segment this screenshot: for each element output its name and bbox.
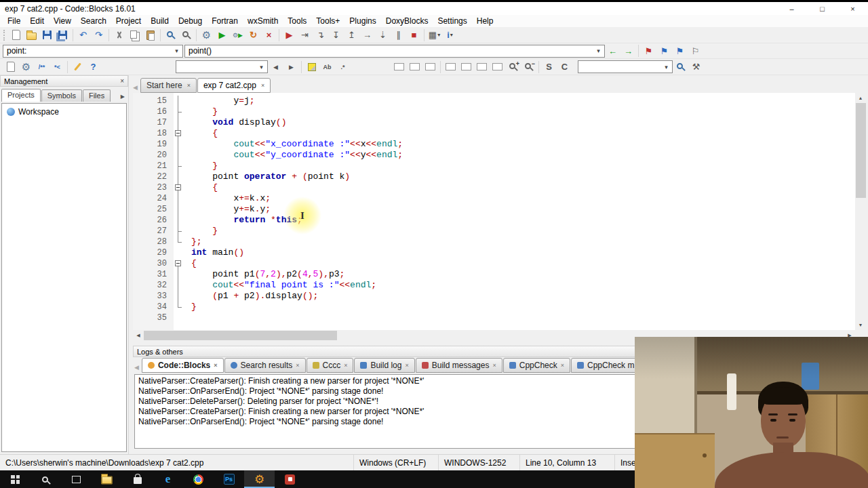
tab-files[interactable]: Files xyxy=(83,89,111,102)
horizontal-scroll-thumb[interactable] xyxy=(144,331,337,340)
code-area[interactable]: 15 y=j;16 }17 void display()18 {19 cout<… xyxy=(133,93,855,330)
open-file-button[interactable] xyxy=(24,28,39,43)
editor-tab-start-here[interactable]: Start here× xyxy=(140,78,197,93)
next-instruction-button[interactable]: → xyxy=(359,28,375,43)
menu-search[interactable]: Search xyxy=(76,15,111,27)
menu-project[interactable]: Project xyxy=(111,15,146,27)
menu-edit[interactable]: Edit xyxy=(25,15,49,27)
spellcheck-button[interactable]: S xyxy=(541,60,557,75)
panel-toggle-button[interactable] xyxy=(391,60,407,75)
menu-fortran[interactable]: Fortran xyxy=(207,15,243,27)
editor-tab-exp-7-cat2-cpp[interactable]: exp 7 cat2.cpp× xyxy=(197,78,271,93)
fold-margin[interactable] xyxy=(174,258,183,269)
minimize-button[interactable]: – xyxy=(776,2,807,15)
tab-scroll-left-icon[interactable]: ◀ xyxy=(134,364,142,373)
replace-button[interactable] xyxy=(178,28,194,43)
goto-next-button[interactable]: → xyxy=(620,43,636,58)
file-explorer-button[interactable] xyxy=(92,470,122,488)
menu-tools[interactable]: Tools+ xyxy=(311,15,344,27)
tab-scroll-left-icon[interactable]: ◀ xyxy=(133,84,140,93)
log-tab-code-blocks[interactable]: Code::Blocks× xyxy=(142,358,224,373)
workspace-tree-item[interactable]: Workspace xyxy=(2,104,126,120)
chevron-down-icon[interactable]: ▾ xyxy=(660,61,672,73)
tools-button[interactable]: ⚒ xyxy=(688,60,704,75)
run-button[interactable]: ▶ xyxy=(214,28,230,43)
tab-scroll-right-icon[interactable]: ▶ xyxy=(121,94,126,100)
recorder-app-button[interactable] xyxy=(275,470,305,488)
panel-toggle-button[interactable] xyxy=(422,60,438,75)
paste-button[interactable] xyxy=(142,28,158,43)
run-search-button[interactable] xyxy=(673,60,688,75)
start-button[interactable] xyxy=(0,470,31,488)
toggle-bookmark-button[interactable]: ⚑ xyxy=(641,43,656,58)
taskbar-search-button[interactable] xyxy=(31,470,61,488)
save-button[interactable] xyxy=(39,28,55,43)
menu-debug[interactable]: Debug xyxy=(174,15,207,27)
close-tab-icon[interactable]: × xyxy=(492,362,496,369)
close-tab-icon[interactable]: × xyxy=(344,362,347,369)
doxyblocks-config-button[interactable]: ⚙ xyxy=(18,60,34,75)
close-tab-icon[interactable]: × xyxy=(187,82,191,89)
help-button[interactable]: ? xyxy=(85,60,101,75)
task-view-button[interactable] xyxy=(61,470,92,488)
highlight-occurrences-button[interactable] xyxy=(304,60,319,75)
fold-collapse-icon[interactable] xyxy=(175,130,181,136)
cut-button[interactable] xyxy=(111,28,127,43)
search-next-button[interactable]: ▶ xyxy=(283,60,299,75)
vertical-scrollbar[interactable]: ▲ ▼ xyxy=(855,93,867,330)
debugging-windows-button[interactable]: ▦▾ xyxy=(427,28,442,43)
next-line-button[interactable]: ↴ xyxy=(313,28,328,43)
zoom-out-button[interactable]: − xyxy=(521,60,536,75)
tab-symbols[interactable]: Symbols xyxy=(41,89,82,102)
toolbar-gripper[interactable] xyxy=(3,30,5,41)
photoshop-button[interactable]: Ps xyxy=(214,470,244,488)
menu-plugins[interactable]: Plugins xyxy=(344,15,380,27)
panel-toggle-button[interactable] xyxy=(443,60,458,75)
previous-bookmark-button[interactable]: ⚑ xyxy=(656,43,672,58)
copy-button[interactable] xyxy=(127,28,142,43)
codeblocks-taskbar-button[interactable]: ⚙ xyxy=(244,470,275,488)
chevron-down-icon[interactable]: ▾ xyxy=(593,45,604,57)
edge-button[interactable]: e xyxy=(153,470,183,488)
scope-combobox[interactable]: point: ▾ xyxy=(3,45,183,58)
close-button[interactable]: × xyxy=(837,2,868,15)
fold-margin[interactable] xyxy=(174,128,183,139)
close-icon[interactable]: × xyxy=(120,77,124,85)
panel-toggle-button[interactable] xyxy=(490,60,505,75)
close-tab-icon[interactable]: × xyxy=(561,362,564,369)
abort-build-button[interactable]: × xyxy=(261,28,277,43)
menu-file[interactable]: File xyxy=(3,15,25,27)
edit-button[interactable] xyxy=(70,60,85,75)
log-tab-build-messages[interactable]: Build messages× xyxy=(416,358,502,373)
code-editor[interactable]: 15 y=j;16 }17 void display()18 {19 cout<… xyxy=(133,93,867,341)
step-out-button[interactable]: ↥ xyxy=(344,28,359,43)
chevron-down-icon[interactable]: ▾ xyxy=(171,45,182,57)
build-and-run-button[interactable]: ⚙▶ xyxy=(230,28,245,43)
log-tab-cccc[interactable]: Cccc× xyxy=(307,358,354,373)
break-debugger-button[interactable]: ∥ xyxy=(391,28,406,43)
log-tab-search-results[interactable]: Search results× xyxy=(224,358,306,373)
match-case-button[interactable]: Ab xyxy=(319,60,335,75)
step-into-button[interactable]: ↧ xyxy=(328,28,344,43)
close-tab-icon[interactable]: × xyxy=(405,362,408,369)
scroll-up-icon[interactable]: ▲ xyxy=(855,93,866,103)
menu-doxyblocks[interactable]: DoxyBlocks xyxy=(381,15,433,27)
save-all-button[interactable] xyxy=(55,28,71,43)
clear-bookmarks-button[interactable]: ⚐ xyxy=(688,43,703,58)
menu-settings[interactable]: Settings xyxy=(433,15,471,27)
scroll-left-icon[interactable]: ◀ xyxy=(133,331,144,341)
fold-margin[interactable] xyxy=(174,182,183,193)
thesaurus-button[interactable]: C xyxy=(557,60,572,75)
panel-toggle-button[interactable] xyxy=(458,60,474,75)
fold-collapse-icon[interactable] xyxy=(175,260,181,266)
doxyblocks-block-comment-button[interactable]: /** xyxy=(34,60,50,75)
panel-toggle-button[interactable] xyxy=(474,60,490,75)
close-tab-icon[interactable]: × xyxy=(214,362,217,369)
maximize-button[interactable]: □ xyxy=(807,2,837,15)
redo-button[interactable]: ↷ xyxy=(91,28,106,43)
menu-wxsmith[interactable]: wxSmith xyxy=(243,15,283,27)
zoom-in-button[interactable]: + xyxy=(505,60,521,75)
chrome-button[interactable] xyxy=(183,470,214,488)
doxyblocks-extract-button[interactable] xyxy=(3,60,18,75)
menu-help[interactable]: Help xyxy=(472,15,498,27)
